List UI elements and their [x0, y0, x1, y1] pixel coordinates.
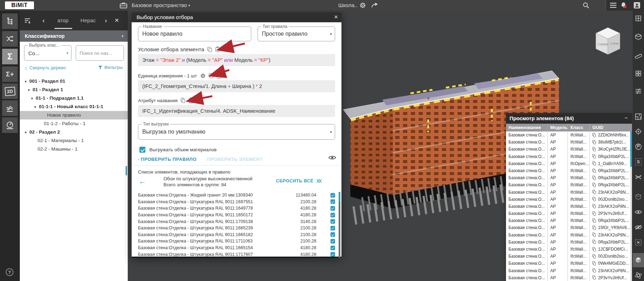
floor-plan-tool[interactable]: [633, 110, 644, 124]
table-row[interactable]: Базовая стена:О... АР IfcWall... 23rAKX2…: [506, 203, 632, 210]
rule-element-row[interactable]: Базовая стена:Отделка - Штукатурка RAL 9…: [138, 212, 335, 218]
axonometry-tool[interactable]: [633, 30, 644, 44]
copy-guid-icon[interactable]: [592, 254, 596, 259]
drawings-2d-tool[interactable]: 2D: [2, 83, 18, 99]
table-row[interactable]: Базовая стена:О... АР IfcWall... 23rAKX2…: [506, 267, 632, 274]
rule-element-row[interactable]: Базовая стена:Отделка - Штукатурка RAL 9…: [138, 205, 335, 212]
shaded-view-tool[interactable]: [633, 253, 644, 267]
measure-tool[interactable]: [633, 48, 644, 62]
table-row[interactable]: Базовая стена:О... АР IfcWall... 23rAKX2…: [506, 189, 632, 196]
copy-guid-icon[interactable]: [592, 154, 596, 159]
element-checkbox-checked-icon[interactable]: [330, 239, 335, 244]
tabs-prev-icon[interactable]: ‹: [42, 11, 45, 30]
list-scrollbar-thumb[interactable]: [339, 192, 340, 201]
menu-list-icon[interactable]: [609, 2, 617, 8]
table-row[interactable]: Базовая стена:О... АР IfcWall... 00JDsnl…: [506, 253, 632, 260]
classifier-header[interactable]: Классификатор ▾: [20, 30, 128, 42]
tree-item[interactable]: 01-1-2 - Работы - 1: [20, 119, 128, 128]
table-row[interactable]: Базовая стена:О... АР IfcWall... 0Rqa3Xb…: [506, 239, 632, 246]
rule-element-row[interactable]: Базовая стена:Отделка - Штукатурка RAL 9…: [138, 218, 335, 225]
tree-caret-icon[interactable]: ▾: [31, 94, 36, 103]
levels-tool[interactable]: [633, 84, 644, 98]
app-logo[interactable]: BiMiT: [5, 1, 34, 9]
clear-selection-tool[interactable]: [633, 235, 644, 250]
export-type-select[interactable]: Тип выгрузки Выгрузка по умолчанию ▾: [138, 124, 335, 140]
flag-tool[interactable]: [633, 140, 644, 154]
table-row[interactable]: Базовая стена:О... АР IfcWall... 2P3vYvJ…: [506, 274, 632, 281]
reset-all-button[interactable]: СБРОСИТЬ ВСЁ: [276, 178, 322, 183]
copy-guid-icon[interactable]: [592, 169, 596, 173]
rule-element-row[interactable]: Базовая стена:Отделка - Штукатурка RAL 9…: [138, 232, 335, 238]
tree-caret-icon[interactable]: ▾: [25, 128, 29, 136]
copy-guid-icon[interactable]: [592, 133, 596, 137]
tree-item[interactable]: Новое правило: [20, 111, 128, 119]
tree-item[interactable]: ▾01-1-1 - Новый класс 01-1-1: [20, 103, 128, 111]
tree-search-field[interactable]: [76, 45, 124, 61]
element-checkbox-checked-icon[interactable]: [330, 226, 335, 230]
help-button[interactable]: ?: [6, 268, 13, 276]
table-row[interactable]: Базовая стена:О... АР IfcWall... 2P3vYvJ…: [506, 210, 632, 217]
table-row[interactable]: Базовая стена:О... АР IfcWall... 0Rqa3Xb…: [506, 174, 632, 181]
tree-item[interactable]: 02-1 - Материалы - 1: [20, 136, 128, 145]
rule-element-row[interactable]: Базовая стена:Отделка - Жидкий гранит 20…: [138, 192, 335, 199]
table-row[interactable]: Базовая стена:О... АР IfcWall... 0Rqa3Xb…: [506, 167, 632, 174]
share-icon[interactable]: [371, 2, 379, 8]
tree-caret-icon[interactable]: ▾: [34, 103, 39, 111]
table-row[interactable]: Базовая стена:О... АР IfcWall... 15fGI_Y…: [506, 224, 632, 231]
table-row[interactable]: Базовая стена:О... АР IfcWall... 12C$FDO…: [506, 246, 632, 253]
element-checkbox-checked-icon[interactable]: [330, 213, 335, 217]
table-row[interactable]: Базовая стена:О... АР IfcWall... 00JDsnl…: [506, 196, 632, 203]
paste-attribute-icon[interactable]: [189, 98, 193, 103]
classifier-select[interactable]: Выбрать клас... Со... ▾: [24, 45, 71, 61]
attribute-expression[interactable]: IFC_1_Идентификация_Стены/4. ADSK_Наимен…: [138, 105, 335, 117]
collapse-tree-button[interactable]: ↕ Свернуть дерево: [25, 65, 66, 71]
paste-unit-icon[interactable]: [217, 74, 221, 78]
copy-guid-icon[interactable]: [592, 176, 596, 180]
selection-set-tool[interactable]: S: [633, 155, 644, 169]
rule-name-field[interactable]: Название Новое правило: [138, 27, 251, 41]
copy-attribute-icon[interactable]: [181, 98, 186, 103]
nav-cube[interactable]: Справа Слева: [592, 23, 624, 56]
paste-condition-icon[interactable]: [215, 47, 219, 52]
tree-item[interactable]: 02-2 - Машины - 1: [20, 145, 128, 153]
box-3d-tool[interactable]: [633, 190, 644, 204]
copy-guid-icon[interactable]: [592, 233, 596, 237]
copy-guid-icon[interactable]: [592, 247, 596, 252]
copy-guid-icon[interactable]: [592, 211, 596, 216]
element-checkbox-checked-icon[interactable]: [330, 232, 335, 237]
element-checkbox-checked-icon[interactable]: [330, 199, 335, 204]
rule-element-row[interactable]: Базовая стена:Отделка - Штукатурка RAL 9…: [138, 238, 335, 245]
table-row[interactable]: Базовая стена:О... АР IfcWall... 0Rqa3Xb…: [506, 217, 632, 224]
column-header[interactable]: Класс: [568, 124, 590, 131]
check-element-button[interactable]: ·ПРОВЕРИТЬ ЭЛЕМЕНТ: [205, 157, 263, 162]
rule-element-row[interactable]: Базовая стена:Отделка - Штукатурка RAL 9…: [138, 245, 335, 251]
copy-unit-icon[interactable]: [209, 73, 214, 78]
workspace-icon[interactable]: [120, 2, 127, 8]
show-elements-tool[interactable]: [633, 205, 644, 219]
table-row[interactable]: Базовая стена:О... АР IfcWall... 3KoCyHZ…: [506, 146, 632, 153]
classifier-tree-tool[interactable]: [2, 13, 18, 29]
tree-item[interactable]: ▾001 - Раздел 01: [20, 77, 128, 86]
copy-guid-icon[interactable]: [592, 140, 596, 145]
table-row[interactable]: Базовая стена:О... АР IfcWall... 0Rqa3Xb…: [506, 153, 632, 160]
table-row[interactable]: Базовая стена:О... АР IfcWall... 2ZDtOhN…: [506, 131, 632, 139]
workspace-caret-icon[interactable]: ▾: [188, 0, 190, 11]
copy-guid-icon[interactable]: [592, 226, 596, 230]
column-header[interactable]: Модель: [548, 124, 568, 131]
element-checkbox-checked-icon[interactable]: [330, 219, 335, 224]
table-row[interactable]: Базовая стена:О... АР IfcWall... 0Rqa3Xb…: [506, 181, 632, 188]
orbit-tool[interactable]: [633, 268, 644, 281]
grids-tool[interactable]: [633, 66, 644, 81]
copy-guid-icon[interactable]: [592, 268, 596, 273]
hide-elements-tool[interactable]: [633, 220, 644, 234]
rule-element-row[interactable]: Базовая стена:Отделка - Штукатурка RAL 9…: [138, 251, 335, 258]
copy-guid-icon[interactable]: [592, 204, 596, 209]
copy-guid-icon[interactable]: [592, 261, 596, 266]
panel-close-icon[interactable]: ×: [115, 11, 119, 30]
element-checkbox-checked-icon[interactable]: [330, 193, 335, 198]
summary-tool-active[interactable]: Σ: [2, 49, 18, 64]
element-checkbox-checked-icon[interactable]: [330, 206, 335, 211]
check-rule-button[interactable]: ·ПРОВЕРИТЬ ПРАВИЛО: [138, 157, 197, 162]
dashboard-tool[interactable]: [2, 117, 18, 133]
export-volume-checkbox-row[interactable]: Выгружать объем материалов: [139, 147, 217, 153]
